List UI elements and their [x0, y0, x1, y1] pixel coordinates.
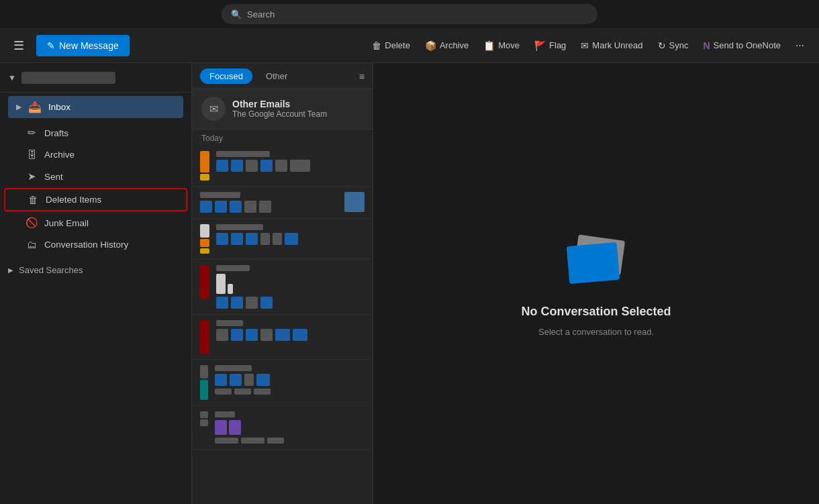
toolbar-actions: 🗑 Delete 📦 Archive 📋 Move 🚩 Flag ✉ Mark …	[365, 36, 811, 55]
focused-tab-label: Focused	[209, 71, 243, 81]
junk-icon: 🚫	[26, 217, 38, 229]
no-conversation-panel: No Conversation Selected Select a conver…	[521, 231, 671, 337]
new-message-label: New Message	[59, 40, 119, 51]
email-item[interactable]	[192, 315, 373, 360]
envelope-graphic	[556, 231, 636, 291]
other-emails-subtitle: The Google Account Team	[232, 109, 327, 119]
delete-button[interactable]: 🗑 Delete	[365, 36, 417, 55]
move-label: Move	[498, 40, 520, 50]
toolbar: ☰ ✎ New Message 🗑 Delete 📦 Archive 📋 Mov…	[0, 28, 819, 63]
sidebar-item-conversation-history[interactable]: 🗂 Conversation History	[4, 234, 187, 255]
archive-label: Archive	[440, 40, 469, 50]
inbox-label: Inbox	[48, 102, 70, 112]
other-emails-header[interactable]: ✉ Other Emails The Google Account Team	[192, 89, 373, 130]
account-name	[21, 72, 115, 84]
today-label: Today	[192, 130, 373, 146]
google-avatar: ✉	[201, 97, 226, 121]
account-chevron: ▼	[8, 73, 16, 83]
email-item[interactable]	[192, 406, 373, 450]
tab-focused[interactable]: Focused	[200, 68, 252, 84]
sidebar-item-inbox[interactable]: ▶ 📥 Inbox	[8, 96, 183, 118]
archive-button[interactable]: 📦 Archive	[418, 36, 475, 55]
move-button[interactable]: 📋 Move	[477, 36, 526, 55]
mark-unread-icon: ✉	[581, 40, 589, 51]
onenote-button[interactable]: N Send to OneNote	[696, 36, 787, 55]
flag-button[interactable]: 🚩 Flag	[528, 36, 573, 55]
deleted-label: Deleted Items	[46, 195, 101, 205]
onenote-icon: N	[703, 40, 710, 51]
email-item[interactable]	[192, 146, 373, 187]
drafts-label: Drafts	[44, 128, 68, 138]
no-conv-title: No Conversation Selected	[521, 305, 671, 319]
email-item[interactable]	[192, 187, 373, 219]
delete-label: Delete	[385, 40, 410, 50]
other-emails-title: Other Emails	[232, 99, 327, 109]
drafts-icon: ✏	[26, 127, 38, 139]
sidebar-item-drafts[interactable]: ✏ Drafts	[4, 122, 187, 144]
mark-unread-label: Mark Unread	[592, 40, 642, 50]
sidebar-nav: ✏ Drafts 🗄 Archive ➤ Sent 🗑 Deleted Item…	[0, 119, 191, 258]
filter-icon[interactable]: ≡	[359, 71, 365, 82]
search-icon: 🔍	[231, 9, 242, 19]
tabs-bar: Focused Other ≡	[192, 63, 373, 89]
archive-nav-icon: 🗄	[26, 149, 38, 160]
email-item[interactable]	[192, 360, 373, 406]
saved-searches-section[interactable]: ▶ Saved Searches	[0, 258, 191, 278]
main-content: ▼ ▶ 📥 Inbox ✏ Drafts 🗄 Archive ➤ Sent	[0, 63, 819, 504]
move-icon: 📋	[483, 40, 495, 51]
other-tab-label: Other	[266, 71, 288, 81]
delete-icon: 🗑	[372, 40, 381, 51]
sync-label: Sync	[669, 40, 689, 50]
onenote-label: Send to OneNote	[714, 40, 781, 50]
hamburger-icon: ☰	[13, 38, 24, 53]
sent-label: Sent	[44, 172, 63, 182]
archive-nav-label: Archive	[44, 150, 75, 160]
flag-label: Flag	[549, 40, 566, 50]
right-panel: No Conversation Selected Select a conver…	[373, 63, 819, 504]
inbox-chevron-icon: ▶	[16, 103, 21, 111]
saved-searches-chevron: ▶	[8, 266, 13, 274]
no-conv-subtitle: Select a conversation to read.	[538, 327, 654, 337]
account-row[interactable]: ▼	[0, 63, 191, 93]
deleted-icon: 🗑	[27, 194, 39, 205]
envelope-front	[567, 242, 620, 283]
email-list-panel: Focused Other ≡ ✉ Other Emails The Googl…	[192, 63, 373, 504]
new-message-button[interactable]: ✎ New Message	[36, 35, 130, 56]
sidebar: ▼ ▶ 📥 Inbox ✏ Drafts 🗄 Archive ➤ Sent	[0, 63, 192, 504]
saved-searches-label: Saved Searches	[19, 265, 83, 275]
sync-icon: ↻	[658, 40, 666, 51]
email-list	[192, 146, 373, 504]
search-label: Search	[247, 9, 275, 19]
other-emails-info: Other Emails The Google Account Team	[232, 99, 327, 119]
compose-icon: ✎	[47, 40, 55, 51]
sidebar-item-junk[interactable]: 🚫 Junk Email	[4, 212, 187, 234]
email-item[interactable]	[192, 219, 373, 260]
inbox-icon: 📥	[28, 101, 42, 113]
more-button[interactable]: ⋯	[789, 36, 811, 54]
email-item[interactable]	[192, 260, 373, 315]
sidebar-item-deleted[interactable]: 🗑 Deleted Items	[4, 188, 187, 211]
archive-icon: 📦	[425, 40, 436, 51]
search-bar[interactable]: 🔍 Search	[222, 4, 597, 24]
top-bar: 🔍 Search	[0, 0, 819, 28]
sent-icon: ➤	[26, 170, 38, 183]
junk-label: Junk Email	[44, 218, 89, 228]
conversation-history-label: Conversation History	[44, 240, 128, 250]
tab-other[interactable]: Other	[256, 68, 297, 84]
more-icon: ⋯	[796, 40, 804, 50]
flag-icon: 🚩	[534, 40, 546, 51]
sidebar-item-archive[interactable]: 🗄 Archive	[4, 144, 187, 165]
conversation-history-icon: 🗂	[26, 239, 38, 250]
hamburger-button[interactable]: ☰	[8, 35, 30, 56]
sidebar-item-sent[interactable]: ➤ Sent	[4, 166, 187, 187]
sync-button[interactable]: ↻ Sync	[651, 36, 695, 55]
mark-unread-button[interactable]: ✉ Mark Unread	[574, 36, 649, 55]
